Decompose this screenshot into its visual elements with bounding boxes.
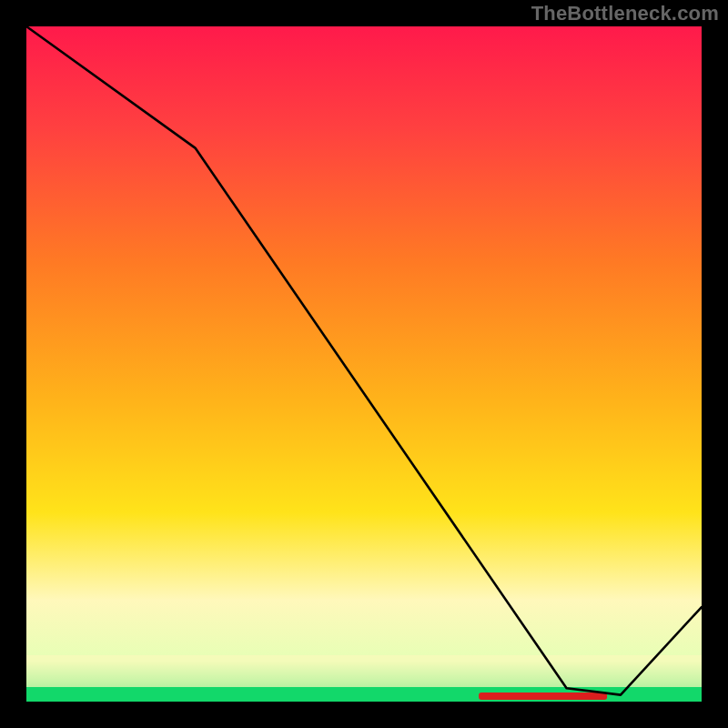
pale-yellow-band [26,655,702,687]
warning-band [479,693,607,700]
gradient-background [26,26,702,702]
watermark-label: TheBottleneck.com [531,2,719,25]
chart-frame: TheBottleneck.com [0,0,728,728]
bottleneck-chart [0,0,728,728]
